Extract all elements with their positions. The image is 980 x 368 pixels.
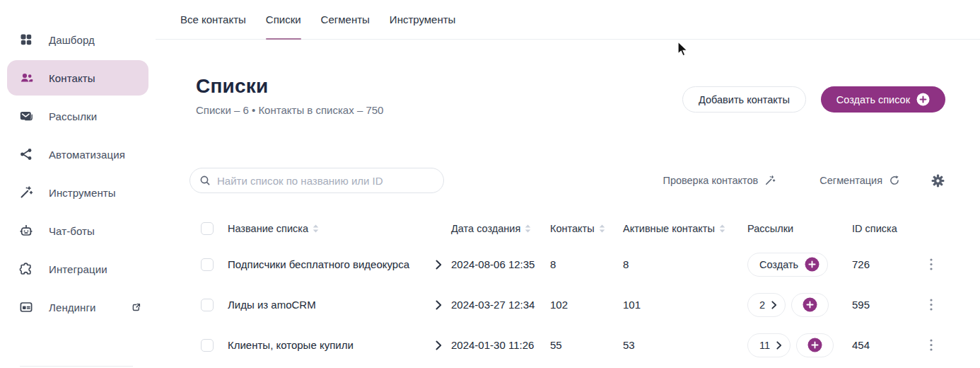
contacts-tabbar: Все контакты Списки Сегменты Инструменты [156,0,980,40]
segmentation-link[interactable]: Сегментация [819,175,900,186]
list-name[interactable]: Подписчики бесплатного видеокурса [228,258,436,270]
campaigns-count-button[interactable]: 11 [747,333,791,357]
chevron-right-icon[interactable] [436,260,451,270]
create-campaign-button[interactable]: Создать [747,253,828,277]
column-header-active-contacts[interactable]: Активные контакты [623,223,747,234]
table-settings-button[interactable] [931,174,945,188]
contacts-count: 102 [550,299,623,311]
sidebar-item-label: Автоматизация [49,149,125,161]
refresh-icon [889,175,900,186]
plus-circle-icon [916,93,930,106]
sidebar-item-chatbots[interactable]: Чат-боты [7,213,148,248]
column-header-contacts[interactable]: Контакты [550,223,623,234]
chevron-right-icon [776,341,782,350]
sidebar-item-label: Дашборд [49,34,95,46]
page-title-block: Списки Списки – 6 • Контакты в списках –… [196,75,383,116]
create-list-label: Создать список [836,94,910,105]
mail-icon [18,108,34,124]
created-date: 2024-03-27 12:34 [451,299,550,311]
table-header-row: Название списка Дата создания Контакты А… [201,213,980,244]
list-toolbar: Проверка контактов Сегментация [156,168,980,193]
row-checkbox[interactable] [201,258,214,271]
page-subtitle: Списки – 6 • Контакты в списках – 750 [196,104,383,116]
magic-wand-icon [18,185,34,200]
column-header-created[interactable]: Дата создания [451,223,550,234]
kebab-icon [930,299,933,311]
list-name[interactable]: Клиенты, которые купили [228,339,436,351]
puzzle-icon [18,261,34,277]
plus-circle-icon [805,257,819,272]
kebab-icon [930,258,933,270]
campaigns-count-button[interactable]: 2 [747,293,786,317]
plus-circle-icon [807,338,822,352]
page-title: Списки [196,75,383,98]
tab-lists[interactable]: Списки [266,0,301,39]
page-header: Списки Списки – 6 • Контакты в списках –… [156,40,980,116]
column-header-name[interactable]: Название списка [228,223,436,234]
list-id: 595 [852,299,923,311]
add-campaign-button[interactable] [796,333,834,357]
list-id: 726 [852,258,923,270]
robot-icon [18,223,34,238]
sidebar-divider [20,366,133,367]
gear-icon [931,174,945,188]
toolbar-right: Проверка контактов Сегментация [663,174,945,188]
contacts-count: 55 [550,339,623,351]
sidebar-item-label: Рассылки [49,110,97,122]
pill-label: 2 [759,299,765,311]
sidebar-item-landings[interactable]: Лендинги [7,289,148,325]
table-row: Лиды из amoCRM 2024-03-27 12:34 102 101 … [201,284,980,325]
add-campaign-button[interactable] [791,293,829,317]
header-actions: Добавить контакты Создать список [682,86,945,113]
select-all-checkbox[interactable] [201,222,214,235]
check-contacts-link[interactable]: Проверка контактов [663,175,776,186]
row-menu-button[interactable] [923,297,940,314]
automation-icon [18,146,34,162]
sidebar-item-dashboard[interactable]: Дашборд [7,22,148,57]
search-input[interactable] [217,175,434,187]
contacts-icon [18,70,34,86]
sort-icon [719,224,725,233]
chevron-right-icon[interactable] [436,300,451,310]
sort-icon [525,224,531,233]
sidebar-item-campaigns[interactable]: Рассылки [7,98,148,134]
sidebar-item-label: Контакты [49,72,95,84]
row-checkbox[interactable] [201,339,214,352]
sidebar-item-automation[interactable]: Автоматизация [7,137,148,172]
column-header-campaigns[interactable]: Рассылки [747,223,852,234]
add-contacts-button[interactable]: Добавить контакты [682,86,806,113]
chevron-right-icon[interactable] [436,340,451,350]
magic-wand-icon [764,175,776,186]
sidebar: Дашборд Контакты Рассылки [0,0,156,368]
row-checkbox[interactable] [201,299,214,311]
sort-icon [599,224,605,233]
tab-all-contacts[interactable]: Все контакты [180,0,246,39]
sidebar-item-integrations[interactable]: Интеграции [7,251,148,287]
sort-icon [313,224,319,233]
list-name[interactable]: Лиды из amoCRM [228,299,436,311]
column-header-id[interactable]: ID списка [852,223,923,234]
row-menu-button[interactable] [923,337,940,354]
external-link-icon [131,302,141,313]
column-label: Контакты [550,223,595,234]
column-label: Дата создания [451,223,520,234]
browser-icon [18,299,34,315]
column-label: Рассылки [747,223,793,234]
add-contacts-label: Добавить контакты [699,94,790,105]
create-list-button[interactable]: Создать список [821,86,945,113]
app-window: Дашборд Контакты Рассылки [0,0,980,368]
column-label: Активные контакты [623,223,715,234]
search-icon [199,175,211,186]
search-box[interactable] [189,168,444,193]
sidebar-item-tools[interactable]: Инструменты [7,175,148,210]
sidebar-item-label: Лендинги [49,301,96,314]
chevron-right-icon [771,301,777,309]
row-menu-button[interactable] [923,256,940,273]
active-contacts-count: 101 [623,299,747,311]
tab-tools[interactable]: Инструменты [390,0,456,39]
sidebar-item-contacts[interactable]: Контакты [7,60,148,96]
dashboard-icon [18,32,34,47]
sidebar-item-label: Чат-боты [49,225,95,237]
active-contacts-count: 8 [623,258,747,270]
tab-segments[interactable]: Сегменты [321,0,370,39]
